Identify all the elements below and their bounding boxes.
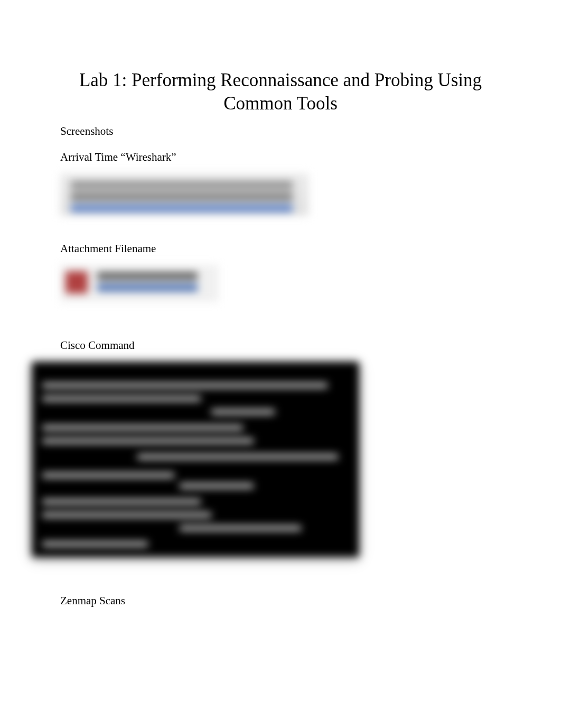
- attachment-screenshot-image: [60, 265, 219, 302]
- attachment-filename-heading: Attachment Filename: [60, 242, 529, 255]
- document-page: Lab 1: Performing Reconnaissance and Pro…: [0, 0, 561, 649]
- page-title: Lab 1: Performing Reconnaissance and Pro…: [32, 69, 529, 115]
- cisco-command-heading: Cisco Command: [60, 339, 529, 352]
- screenshots-heading: Screenshots: [60, 125, 529, 138]
- arrival-time-heading: Arrival Time “Wireshark”: [60, 151, 529, 164]
- zenmap-scans-heading: Zenmap Scans: [60, 594, 529, 607]
- cisco-terminal-screenshot-image: [32, 362, 359, 557]
- wireshark-screenshot-image: [60, 173, 308, 216]
